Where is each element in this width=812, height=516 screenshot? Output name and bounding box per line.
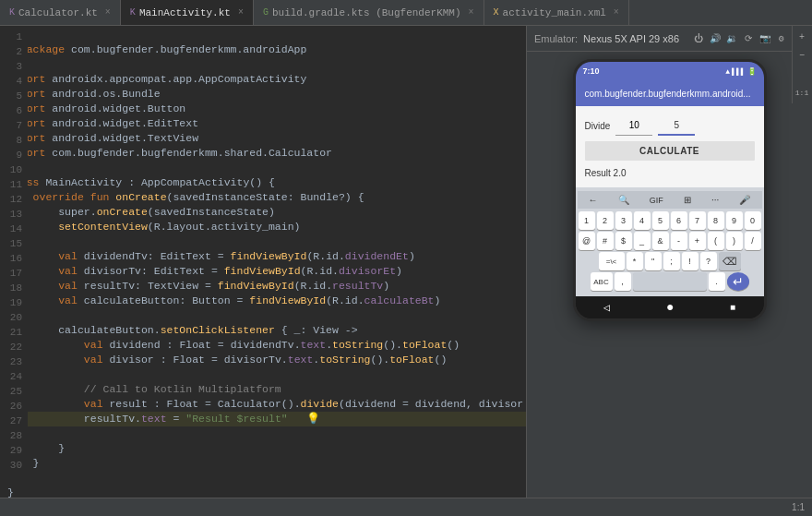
- status-bar: 1:1: [0, 498, 812, 516]
- kb-7[interactable]: 7: [689, 211, 706, 230]
- emulator-device: Nexus 5X API 29 x86: [583, 33, 687, 44]
- emulator-label: Emulator:: [534, 33, 578, 44]
- kb-dollar[interactable]: $: [615, 232, 632, 250]
- kb-abc[interactable]: ABC: [591, 272, 613, 291]
- kb-row-symbols: @ # $ _ & - + ( ) /: [578, 232, 762, 250]
- phone-status-bar: 7:10 ▲ ▌▌▌ 🔋: [576, 62, 764, 80]
- volume-up-icon[interactable]: 🔊: [709, 32, 722, 45]
- tab-close-3[interactable]: ×: [614, 7, 619, 18]
- result-text: Result 2.0: [585, 168, 755, 178]
- kb-comma[interactable]: ,: [615, 272, 631, 291]
- tab-calculator[interactable]: K Calculator.kt ×: [0, 0, 121, 25]
- kb-lparen[interactable]: (: [708, 232, 724, 250]
- divide-label: Divide: [585, 121, 611, 131]
- phone-app-title: com.bugfender.bugfenderkmm.android...: [585, 89, 751, 99]
- kb-row-numbers: 1 2 3 4 5 6 7 8 9 0: [578, 211, 762, 230]
- kb-question[interactable]: ?: [700, 252, 717, 270]
- status-time: 7:10: [583, 66, 600, 76]
- kb-exclaim[interactable]: !: [682, 252, 699, 270]
- kb-plus[interactable]: +: [689, 232, 706, 250]
- code-content: package com.bugfender.bugfenderkmm.andro…: [0, 28, 526, 498]
- sidebar-plus[interactable]: +: [794, 30, 809, 44]
- emulator-toolbar-icons: ⏻ 🔊 🔉 ⟳ 📷 ⚙ ×: [692, 32, 805, 45]
- kb-at[interactable]: @: [579, 232, 595, 250]
- kb-row-bottom: ABC , . ↵: [578, 272, 762, 291]
- phone-nav-bar: ◁ ● ■: [576, 296, 764, 318]
- emulator-panel: Emulator: Nexus 5X API 29 x86 ⏻ 🔊 🔉 ⟳ 📷 …: [526, 26, 812, 498]
- signal-icon: ▌▌▌: [732, 67, 745, 76]
- kb-toolbar: ← 🔍 GIF ⊞ ··· 🎤: [578, 191, 762, 209]
- volume-down-icon[interactable]: 🔉: [725, 32, 738, 45]
- ide-right-sidebar: + − 1:1: [792, 26, 812, 103]
- kb-amp[interactable]: &: [652, 232, 669, 250]
- bulb-icon: 💡: [306, 413, 320, 426]
- kb-back-arrow[interactable]: ←: [586, 194, 601, 206]
- divisor-input[interactable]: [658, 115, 695, 136]
- xml-icon: X: [494, 7, 499, 18]
- sidebar-minus[interactable]: −: [794, 48, 809, 63]
- phone-title-bar: com.bugfender.bugfenderkmm.android...: [576, 80, 764, 106]
- kb-semicolon[interactable]: ;: [663, 252, 680, 270]
- tab-build-gradle[interactable]: G build.gradle.kts (BugfenderKMM) ×: [254, 0, 484, 25]
- phone-frame: 7:10 ▲ ▌▌▌ 🔋 com.bugfender.bugfenderkmm.…: [573, 59, 767, 321]
- kt-icon: K: [9, 7, 15, 18]
- kt-icon-2: K: [130, 7, 136, 18]
- kb-sticker[interactable]: ⊞: [681, 194, 694, 206]
- tab-activity-xml[interactable]: X activity_main.xml ×: [484, 0, 629, 25]
- nav-recent[interactable]: ■: [730, 303, 735, 313]
- phone-wrapper: 7:10 ▲ ▌▌▌ 🔋 com.bugfender.bugfenderkmm.…: [527, 52, 812, 498]
- tab-close-0[interactable]: ×: [105, 7, 111, 18]
- kb-period[interactable]: .: [709, 272, 725, 291]
- kb-star[interactable]: *: [627, 252, 643, 270]
- editor-area[interactable]: package com.bugfender.bugfenderkmm.andro…: [0, 26, 526, 498]
- kb-minus[interactable]: -: [671, 232, 687, 250]
- wifi-icon: ▲: [725, 67, 730, 76]
- kb-gif[interactable]: GIF: [647, 195, 666, 206]
- rotate-icon[interactable]: ⟳: [742, 32, 755, 45]
- emulator-toolbar: Emulator: Nexus 5X API 29 x86 ⏻ 🔊 🔉 ⟳ 📷 …: [527, 26, 812, 52]
- kb-search[interactable]: 🔍: [615, 194, 632, 206]
- tab-close-2[interactable]: ×: [469, 7, 474, 18]
- kb-delete[interactable]: ⌫: [719, 252, 741, 270]
- kb-3[interactable]: 3: [615, 211, 632, 230]
- dividend-input[interactable]: [615, 115, 652, 136]
- input-row: Divide: [585, 115, 755, 136]
- kb-switch[interactable]: =\<: [599, 252, 625, 270]
- tab-close-1[interactable]: ×: [238, 7, 244, 18]
- kb-underscore[interactable]: _: [634, 232, 651, 250]
- kb-space[interactable]: [633, 272, 707, 291]
- battery-icon: 🔋: [747, 67, 757, 76]
- app-content: Divide CALCULATE Result 2.0: [576, 106, 764, 187]
- kb-6[interactable]: 6: [671, 211, 687, 230]
- kb-mic[interactable]: 🎤: [736, 194, 753, 206]
- nav-home[interactable]: ●: [666, 300, 674, 315]
- cursor-position: 1:1: [792, 502, 805, 512]
- phone-keyboard: ← 🔍 GIF ⊞ ··· 🎤 1 2 3 4 5 6: [576, 187, 764, 296]
- kb-enter[interactable]: ↵: [727, 272, 749, 291]
- kb-row-symbols2: =\< * " ; ! ? ⌫: [578, 252, 762, 270]
- calculate-button[interactable]: CALCULATE: [585, 141, 755, 161]
- power-icon[interactable]: ⏻: [692, 32, 705, 45]
- kb-5[interactable]: 5: [652, 211, 669, 230]
- nav-back[interactable]: ◁: [603, 301, 610, 315]
- settings-icon[interactable]: ⚙: [775, 32, 788, 45]
- kb-rparen[interactable]: ): [726, 232, 743, 250]
- gradle-icon: G: [263, 7, 269, 18]
- kb-4[interactable]: 4: [634, 211, 651, 230]
- screenshot-icon[interactable]: 📷: [758, 32, 771, 45]
- kb-0[interactable]: 0: [745, 211, 761, 230]
- sidebar-fit[interactable]: 1:1: [794, 85, 809, 100]
- kb-2[interactable]: 2: [597, 211, 614, 230]
- kb-8[interactable]: 8: [708, 211, 724, 230]
- kb-9[interactable]: 9: [726, 211, 743, 230]
- kb-slash[interactable]: /: [745, 232, 761, 250]
- tab-mainactivity[interactable]: K MainActivity.kt ×: [121, 0, 254, 25]
- status-icons: ▲ ▌▌▌ 🔋: [725, 67, 756, 76]
- kb-1[interactable]: 1: [579, 211, 595, 230]
- kb-more[interactable]: ···: [709, 194, 722, 206]
- kb-hash[interactable]: #: [597, 232, 614, 250]
- tab-bar: K Calculator.kt × K MainActivity.kt × G …: [0, 0, 812, 26]
- main-area: package com.bugfender.bugfenderkmm.andro…: [0, 26, 812, 498]
- kb-quote[interactable]: ": [645, 252, 662, 270]
